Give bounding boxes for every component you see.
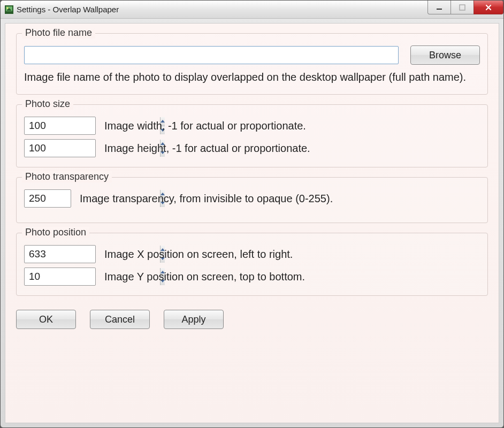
photo-position-legend: Photo position [22, 227, 89, 238]
photo-filename-input[interactable] [24, 46, 399, 64]
height-spinner [24, 139, 96, 157]
window-title: Settings - Overlap Wallpaper [17, 5, 119, 14]
photo-filename-legend: Photo file name [22, 27, 95, 39]
dialog-buttons: OK Cancel Apply [16, 310, 488, 329]
apply-button[interactable]: Apply [164, 310, 224, 329]
photo-size-group: Photo size Image width, -1 for actual or… [16, 104, 488, 167]
browse-button[interactable]: Browse [410, 45, 480, 65]
window-controls [428, 1, 503, 14]
y-hint: Image Y position on screen, top to botto… [104, 271, 305, 283]
width-spinner [24, 117, 96, 135]
photo-transparency-group: Photo transparency Image transparency, f… [16, 177, 488, 223]
photo-position-group: Photo position Image X position on scree… [16, 233, 488, 296]
height-hint: Image height, -1 for actual or proportio… [104, 142, 310, 155]
client-area: Photo file name Browse Image file name o… [5, 23, 499, 423]
close-button[interactable] [474, 1, 503, 14]
width-hint: Image width, -1 for actual or proportion… [104, 120, 306, 132]
titlebar[interactable]: Settings - Overlap Wallpaper [1, 1, 503, 19]
svg-rect-5 [460, 5, 465, 10]
ok-button[interactable]: OK [16, 310, 76, 329]
x-spinner [24, 245, 96, 263]
photo-filename-group: Photo file name Browse Image file name o… [16, 33, 488, 95]
svg-rect-4 [437, 9, 442, 10]
transparency-spinner [24, 189, 71, 208]
minimize-button[interactable] [427, 1, 451, 14]
photo-filename-hint: Image file name of the photo to display … [24, 70, 480, 85]
photo-transparency-legend: Photo transparency [22, 171, 112, 182]
cancel-button[interactable]: Cancel [90, 310, 150, 329]
y-spinner [24, 268, 96, 286]
maximize-button[interactable] [450, 1, 474, 14]
photo-size-legend: Photo size [22, 98, 73, 110]
x-hint: Image X position on screen, left to righ… [104, 248, 293, 261]
settings-window: Settings - Overlap Wallpaper Photo file … [0, 0, 504, 428]
app-icon [5, 5, 13, 14]
transparency-hint: Image transparency, from invisible to op… [80, 193, 333, 205]
svg-point-2 [7, 7, 9, 9]
